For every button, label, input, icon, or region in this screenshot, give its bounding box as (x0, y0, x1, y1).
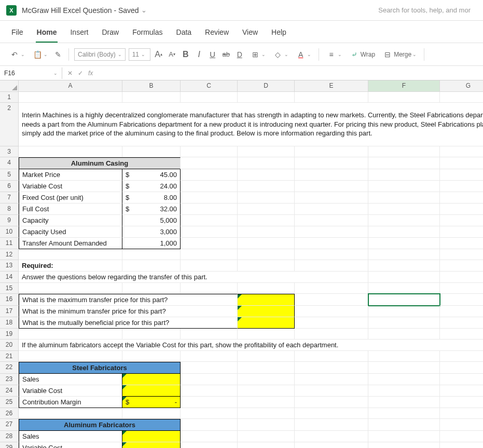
cell[interactable] (122, 283, 181, 294)
decrease-font-icon[interactable]: A▾ (167, 49, 177, 60)
cell[interactable] (181, 92, 238, 103)
aluminum-casing-header[interactable]: Aluminum Casing (19, 157, 181, 169)
underline-button[interactable]: U (208, 49, 218, 60)
row-header[interactable]: 14 (0, 271, 19, 283)
row-header[interactable]: 6 (0, 181, 19, 192)
cell[interactable] (181, 203, 238, 215)
cell[interactable] (368, 317, 440, 329)
cell[interactable] (295, 146, 368, 157)
row-header[interactable]: 25 (0, 397, 19, 408)
steel-sales-label[interactable]: Sales (19, 374, 122, 385)
row-header[interactable]: 17 (0, 306, 19, 317)
cell[interactable] (440, 306, 483, 317)
cell[interactable] (181, 362, 238, 374)
row-header[interactable]: 16 (0, 294, 19, 306)
cell[interactable] (181, 146, 238, 157)
tab-view[interactable]: View (241, 25, 259, 43)
col-header-C[interactable]: C (181, 80, 238, 92)
row-header[interactable]: 10 (0, 226, 19, 238)
cell[interactable] (181, 169, 238, 181)
cell[interactable] (181, 431, 238, 442)
cell[interactable] (368, 260, 440, 271)
cell[interactable] (238, 215, 295, 226)
row-header[interactable]: 13 (0, 260, 19, 271)
fixed-cost-value[interactable]: $8.00 (122, 192, 181, 203)
cell[interactable] (368, 431, 440, 442)
cell[interactable] (238, 329, 295, 340)
cell[interactable] (440, 431, 483, 442)
active-cell-F16[interactable] (368, 294, 440, 306)
cell[interactable] (368, 351, 440, 362)
row-header[interactable]: 18 (0, 317, 19, 329)
cell[interactable] (238, 226, 295, 238)
cell[interactable] (295, 203, 368, 215)
cell[interactable] (368, 249, 440, 260)
tab-review[interactable]: Review (204, 25, 230, 43)
search-input[interactable]: Search for tools, help, and mor (372, 3, 477, 17)
cell[interactable] (19, 408, 122, 419)
cell[interactable] (181, 238, 238, 249)
tab-formulas[interactable]: Formulas (131, 25, 163, 43)
cell[interactable] (295, 192, 368, 203)
cell[interactable] (238, 283, 295, 294)
cell[interactable] (122, 146, 181, 157)
cell[interactable] (19, 283, 122, 294)
cell[interactable] (368, 192, 440, 203)
cell[interactable] (181, 374, 238, 385)
cell[interactable] (440, 317, 483, 329)
row-header[interactable]: 3 (0, 146, 19, 157)
row-header[interactable]: 21 (0, 351, 19, 362)
cell[interactable] (440, 215, 483, 226)
cell[interactable] (122, 249, 181, 260)
cell[interactable] (238, 351, 295, 362)
cell[interactable] (295, 351, 368, 362)
undo-button[interactable]: ↶⌄ (7, 48, 27, 61)
cell[interactable] (238, 181, 295, 192)
increase-font-icon[interactable]: A▴ (154, 49, 164, 60)
cell[interactable] (181, 260, 238, 271)
cell[interactable] (368, 374, 440, 385)
fixed-cost-label[interactable]: Fixed Cost (per unit) (19, 192, 122, 203)
full-cost-value[interactable]: $32.00 (122, 203, 181, 215)
row-header[interactable]: 11 (0, 238, 19, 249)
cell[interactable] (295, 260, 368, 271)
cell[interactable] (440, 260, 483, 271)
row-header[interactable]: 28 (0, 431, 19, 442)
format-painter-icon[interactable]: ✎ (53, 49, 63, 60)
cell[interactable] (368, 306, 440, 317)
row-header[interactable]: 29 (0, 442, 19, 448)
font-color-button[interactable]: A⌄ (294, 48, 313, 61)
answer-instruction[interactable]: Answer the questions below regarding the… (19, 271, 368, 283)
steel-varcost-value[interactable] (122, 385, 181, 397)
q-mutual-price[interactable]: What is the mutually beneficial price fo… (19, 317, 238, 329)
font-name-select[interactable]: Calibri (Body)⌄ (74, 48, 126, 61)
cell[interactable] (440, 249, 483, 260)
cell[interactable] (238, 169, 295, 181)
cell[interactable] (238, 374, 295, 385)
cell[interactable] (368, 283, 440, 294)
cell[interactable] (440, 169, 483, 181)
market-price-value[interactable]: $45.00 (122, 169, 181, 181)
cell[interactable] (295, 157, 368, 169)
cell[interactable] (440, 271, 483, 283)
cell[interactable] (368, 362, 440, 374)
cell[interactable] (440, 408, 483, 419)
cell[interactable] (295, 181, 368, 192)
row-header[interactable]: 7 (0, 192, 19, 203)
answer-min-transfer[interactable] (238, 306, 295, 317)
cell[interactable] (368, 181, 440, 192)
cell[interactable] (19, 329, 122, 340)
cell[interactable] (440, 374, 483, 385)
cell[interactable] (238, 419, 295, 431)
cell[interactable] (368, 215, 440, 226)
chevron-down-icon[interactable]: ⌄ (141, 6, 147, 14)
cell[interactable] (295, 92, 368, 103)
fill-color-button[interactable]: ◇⌄ (271, 48, 291, 61)
cell[interactable] (238, 397, 295, 408)
cell[interactable] (368, 385, 440, 397)
q-min-transfer[interactable]: What is the minimum transfer price for t… (19, 306, 238, 317)
row-header[interactable]: 20 (0, 340, 19, 351)
cell[interactable] (181, 419, 238, 431)
cell[interactable] (238, 92, 295, 103)
tab-help[interactable]: Help (270, 25, 287, 43)
